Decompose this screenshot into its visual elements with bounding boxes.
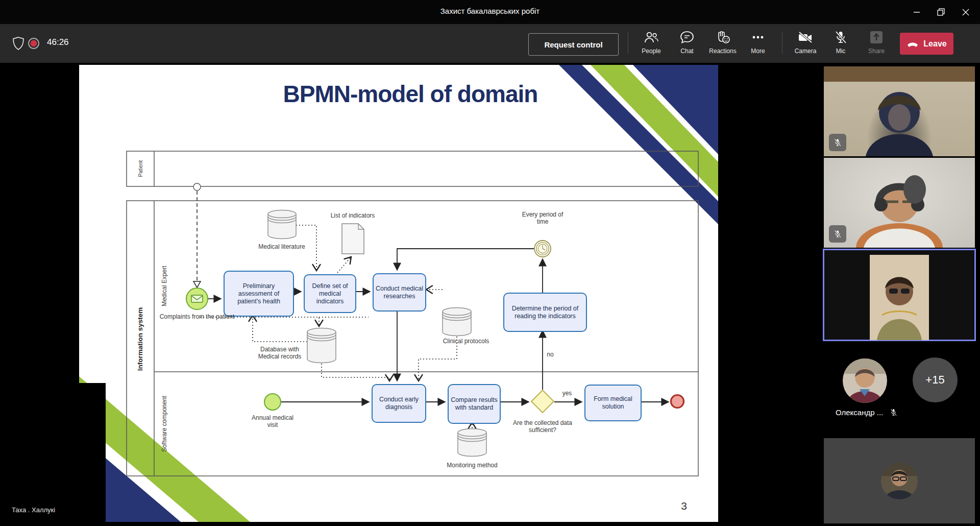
video-tile-participant-1[interactable]	[824, 66, 975, 156]
chat-label: Chat	[680, 47, 693, 55]
task-preliminary-assessment: Preliminary assessment of patient's heal…	[224, 271, 294, 317]
video-tile-participant-4[interactable]	[824, 438, 975, 523]
participant-1-video	[824, 66, 975, 156]
lane-label-software-component: Software component	[161, 386, 168, 462]
reactions-label: Reactions	[709, 47, 736, 55]
restore-button[interactable]	[929, 0, 953, 24]
mic-label: Mic	[836, 47, 846, 55]
leave-label: Leave	[923, 39, 946, 49]
task-conduct-researches: Conduct medical researches	[373, 273, 426, 312]
label-monitoring-method: Monitoring method	[436, 462, 508, 469]
muted-badge	[829, 134, 846, 151]
video-tile-participant-2[interactable]	[824, 158, 975, 248]
label-complaints: Complaints from the patient	[159, 313, 235, 320]
shared-screen-region: BPMN-model of domain	[3, 63, 720, 524]
task-form-solution: Form medical solution	[584, 385, 642, 421]
lane-label-medical-expert: Medical Expert	[161, 260, 168, 312]
leave-button[interactable]: Leave	[900, 33, 953, 55]
overflow-participants-badge[interactable]: +15	[913, 357, 958, 402]
close-button[interactable]	[954, 0, 977, 24]
toolbar-divider	[782, 32, 782, 54]
meeting-title: Захист бакалаврських робіт	[0, 7, 980, 15]
mic-off-icon	[889, 408, 898, 417]
people-icon	[644, 30, 659, 44]
task-compare-results: Compare results with standard	[448, 384, 501, 424]
participant-name: Олександр ...	[836, 408, 883, 417]
presentation-slide: BPMN-model of domain	[79, 65, 718, 522]
task-determine-period: Determine the period of reading the indi…	[503, 293, 587, 332]
task-conduct-diagnosis: Conduct early diagnosis	[372, 384, 426, 423]
more-button[interactable]: More	[742, 30, 774, 60]
hangup-icon	[906, 40, 919, 47]
data-associations	[200, 225, 472, 428]
message-arrowhead	[193, 281, 201, 288]
mic-off-icon	[833, 138, 842, 147]
start-event-complaints	[186, 288, 208, 309]
recording-indicator	[28, 37, 40, 52]
gateway-diamond	[531, 390, 554, 413]
meeting-timer: 46:26	[47, 37, 69, 47]
participant-3-video	[870, 255, 929, 340]
timer-event	[534, 241, 551, 257]
mic-off-icon	[833, 229, 842, 238]
envelope-icon	[191, 295, 203, 302]
share-label: Share	[868, 47, 885, 55]
presenter-overlay: Таха . Халлукі	[3, 383, 106, 522]
more-icon	[750, 30, 766, 44]
shield-icon	[12, 37, 24, 52]
chat-button[interactable]: Chat	[671, 30, 703, 60]
camera-label: Camera	[795, 47, 817, 55]
mic-off-icon	[833, 30, 848, 44]
presenter-name: Таха . Халлукі	[12, 506, 55, 514]
participant-avatar-photo	[843, 358, 887, 403]
document-shape	[342, 224, 364, 254]
label-no: no	[544, 351, 557, 358]
store-monitoring-method	[458, 429, 486, 457]
start-event-annual	[264, 394, 281, 410]
pool-label-information-system: Information system	[136, 301, 144, 377]
muted-badge	[829, 225, 846, 243]
avatar	[881, 463, 918, 499]
minimize-icon	[913, 8, 921, 16]
avatar[interactable]	[843, 358, 887, 403]
label-gateway-question: Are the collected data sufficient?	[507, 419, 578, 434]
toolbar-divider	[628, 32, 628, 54]
end-event	[671, 395, 684, 408]
link-circle	[193, 183, 201, 190]
request-control-button[interactable]: Request control	[528, 33, 619, 56]
video-tile-active-speaker[interactable]	[824, 250, 975, 340]
mic-button[interactable]: Mic	[824, 30, 857, 60]
task-define-indicators: Define set of medical indicators	[304, 274, 356, 313]
camera-off-icon	[797, 30, 814, 44]
participants-sidebar: +15 Олександр ...	[720, 63, 980, 524]
label-clinical-protocols: Clinical protocols	[443, 338, 489, 345]
active-speaker-video	[870, 255, 929, 340]
store-medical-literature	[268, 210, 296, 239]
camera-button[interactable]: Camera	[789, 30, 822, 60]
reactions-button[interactable]: Reactions	[705, 30, 741, 60]
reactions-icon	[715, 30, 731, 44]
chat-icon	[679, 30, 695, 44]
store-clinical-protocols	[443, 308, 471, 336]
teams-meeting-window: Захист бакалаврських робіт	[0, 0, 980, 526]
participant-2-video	[824, 158, 975, 248]
restore-icon	[937, 8, 946, 17]
minimize-button[interactable]	[905, 0, 928, 24]
participant-4-avatar-photo	[881, 463, 918, 499]
label-yes: yes	[559, 390, 575, 397]
people-label: People	[642, 47, 660, 55]
title-bar: Захист бакалаврських робіт	[0, 0, 980, 24]
more-label: More	[751, 47, 765, 55]
participant-row: Олександр ...	[836, 406, 958, 418]
label-medical-literature: Medical literature	[256, 243, 307, 250]
close-icon	[962, 8, 970, 16]
meeting-toolbar: 46:26 Request control People Chat	[0, 24, 980, 63]
store-database	[307, 328, 336, 363]
lane-label-patient: Patient	[137, 143, 143, 194]
label-list-of-indicators: List of indicators	[317, 212, 388, 219]
label-database: Database with Medical records	[251, 346, 309, 360]
people-button[interactable]: People	[635, 30, 668, 60]
label-annual-visit: Annual medical visit	[250, 414, 296, 428]
share-button[interactable]: Share	[860, 30, 893, 60]
share-screen-icon	[869, 30, 884, 44]
